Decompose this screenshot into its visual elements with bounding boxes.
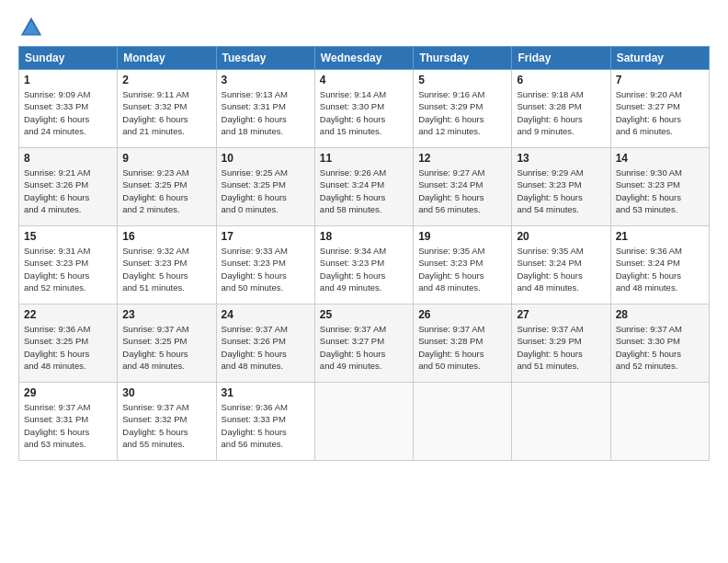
day-number: 8 — [24, 152, 112, 165]
day-info: Sunrise: 9:25 AM Sunset: 3:25 PM Dayligh… — [222, 167, 310, 215]
day-number: 19 — [418, 230, 506, 243]
calendar-header-friday: Friday — [512, 47, 610, 70]
day-info: Sunrise: 9:37 AM Sunset: 3:25 PM Dayligh… — [122, 323, 210, 372]
day-info: Sunrise: 9:26 AM Sunset: 3:24 PM Dayligh… — [320, 167, 408, 215]
calendar-header-wednesday: Wednesday — [314, 47, 413, 70]
day-number: 26 — [418, 308, 506, 321]
calendar-cell — [610, 383, 709, 461]
day-number: 17 — [222, 230, 310, 243]
day-number: 30 — [122, 386, 210, 399]
calendar-cell: 17Sunrise: 9:33 AM Sunset: 3:23 PM Dayli… — [216, 226, 314, 304]
calendar-cell — [414, 383, 512, 461]
calendar-cell — [512, 383, 610, 461]
day-info: Sunrise: 9:18 AM Sunset: 3:28 PM Dayligh… — [517, 88, 605, 137]
day-number: 15 — [24, 230, 112, 243]
day-number: 21 — [616, 230, 704, 243]
day-info: Sunrise: 9:35 AM Sunset: 3:24 PM Dayligh… — [517, 245, 605, 293]
day-info: Sunrise: 9:37 AM Sunset: 3:28 PM Dayligh… — [418, 323, 506, 372]
calendar-cell: 18Sunrise: 9:34 AM Sunset: 3:23 PM Dayli… — [314, 226, 413, 304]
day-info: Sunrise: 9:36 AM Sunset: 3:33 PM Dayligh… — [222, 401, 310, 450]
calendar-header-thursday: Thursday — [414, 47, 512, 70]
day-info: Sunrise: 9:23 AM Sunset: 3:25 PM Dayligh… — [122, 167, 210, 215]
day-info: Sunrise: 9:37 AM Sunset: 3:29 PM Dayligh… — [517, 323, 605, 372]
calendar-header-saturday: Saturday — [610, 47, 709, 70]
calendar-cell: 30Sunrise: 9:37 AM Sunset: 3:32 PM Dayli… — [118, 383, 216, 461]
calendar-cell: 25Sunrise: 9:37 AM Sunset: 3:27 PM Dayli… — [314, 304, 413, 383]
day-info: Sunrise: 9:37 AM Sunset: 3:30 PM Dayligh… — [616, 323, 704, 372]
day-number: 24 — [222, 308, 310, 321]
day-info: Sunrise: 9:09 AM Sunset: 3:33 PM Dayligh… — [24, 88, 112, 137]
day-number: 2 — [122, 74, 210, 86]
calendar-cell: 26Sunrise: 9:37 AM Sunset: 3:28 PM Dayli… — [414, 304, 512, 383]
day-info: Sunrise: 9:13 AM Sunset: 3:31 PM Dayligh… — [222, 88, 310, 137]
day-number: 20 — [517, 230, 605, 243]
calendar-cell: 10Sunrise: 9:25 AM Sunset: 3:25 PM Dayli… — [216, 148, 314, 226]
calendar-header-row: SundayMondayTuesdayWednesdayThursdayFrid… — [19, 47, 710, 70]
calendar-cell: 9Sunrise: 9:23 AM Sunset: 3:25 PM Daylig… — [118, 148, 216, 226]
day-info: Sunrise: 9:20 AM Sunset: 3:27 PM Dayligh… — [616, 88, 704, 137]
day-info: Sunrise: 9:36 AM Sunset: 3:24 PM Dayligh… — [616, 245, 704, 293]
day-number: 28 — [616, 308, 704, 321]
day-info: Sunrise: 9:36 AM Sunset: 3:25 PM Dayligh… — [24, 323, 112, 372]
calendar-cell: 6Sunrise: 9:18 AM Sunset: 3:28 PM Daylig… — [512, 70, 610, 148]
day-info: Sunrise: 9:16 AM Sunset: 3:29 PM Dayligh… — [418, 88, 506, 137]
day-number: 9 — [122, 152, 210, 165]
day-info: Sunrise: 9:34 AM Sunset: 3:23 PM Dayligh… — [320, 245, 408, 293]
day-info: Sunrise: 9:37 AM Sunset: 3:27 PM Dayligh… — [320, 323, 408, 372]
day-info: Sunrise: 9:37 AM Sunset: 3:32 PM Dayligh… — [122, 401, 210, 450]
calendar-cell: 22Sunrise: 9:36 AM Sunset: 3:25 PM Dayli… — [19, 304, 118, 383]
day-number: 29 — [24, 386, 112, 399]
day-number: 12 — [418, 152, 506, 165]
calendar-cell: 1Sunrise: 9:09 AM Sunset: 3:33 PM Daylig… — [19, 70, 118, 148]
calendar-cell: 24Sunrise: 9:37 AM Sunset: 3:26 PM Dayli… — [216, 304, 314, 383]
calendar-cell: 16Sunrise: 9:32 AM Sunset: 3:23 PM Dayli… — [118, 226, 216, 304]
day-number: 27 — [517, 308, 605, 321]
calendar-header-monday: Monday — [118, 47, 216, 70]
calendar-week-4: 22Sunrise: 9:36 AM Sunset: 3:25 PM Dayli… — [19, 304, 710, 383]
calendar-cell: 29Sunrise: 9:37 AM Sunset: 3:31 PM Dayli… — [19, 383, 118, 461]
day-number: 3 — [222, 74, 310, 86]
calendar-cell: 15Sunrise: 9:31 AM Sunset: 3:23 PM Dayli… — [19, 226, 118, 304]
calendar-week-1: 1Sunrise: 9:09 AM Sunset: 3:33 PM Daylig… — [19, 70, 710, 148]
day-number: 31 — [222, 386, 310, 399]
calendar-cell: 13Sunrise: 9:29 AM Sunset: 3:23 PM Dayli… — [512, 148, 610, 226]
day-number: 7 — [616, 74, 704, 86]
day-info: Sunrise: 9:30 AM Sunset: 3:23 PM Dayligh… — [616, 167, 704, 215]
day-info: Sunrise: 9:21 AM Sunset: 3:26 PM Dayligh… — [24, 167, 112, 215]
day-info: Sunrise: 9:37 AM Sunset: 3:31 PM Dayligh… — [24, 401, 112, 450]
day-number: 23 — [122, 308, 210, 321]
calendar-cell: 19Sunrise: 9:35 AM Sunset: 3:23 PM Dayli… — [414, 226, 512, 304]
day-number: 5 — [418, 74, 506, 86]
day-info: Sunrise: 9:32 AM Sunset: 3:23 PM Dayligh… — [122, 245, 210, 293]
calendar-cell: 21Sunrise: 9:36 AM Sunset: 3:24 PM Dayli… — [610, 226, 709, 304]
day-number: 6 — [517, 74, 605, 86]
day-number: 14 — [616, 152, 704, 165]
calendar-week-5: 29Sunrise: 9:37 AM Sunset: 3:31 PM Dayli… — [19, 383, 710, 461]
header — [18, 15, 710, 40]
day-info: Sunrise: 9:37 AM Sunset: 3:26 PM Dayligh… — [222, 323, 310, 372]
calendar-table: SundayMondayTuesdayWednesdayThursdayFrid… — [18, 46, 710, 461]
calendar-cell: 8Sunrise: 9:21 AM Sunset: 3:26 PM Daylig… — [19, 148, 118, 226]
day-number: 22 — [24, 308, 112, 321]
page-container: SundayMondayTuesdayWednesdayThursdayFrid… — [0, 0, 728, 470]
day-info: Sunrise: 9:29 AM Sunset: 3:23 PM Dayligh… — [517, 167, 605, 215]
calendar-cell: 5Sunrise: 9:16 AM Sunset: 3:29 PM Daylig… — [414, 70, 512, 148]
calendar-header-tuesday: Tuesday — [216, 47, 314, 70]
day-number: 10 — [222, 152, 310, 165]
day-number: 18 — [320, 230, 408, 243]
calendar-week-2: 8Sunrise: 9:21 AM Sunset: 3:26 PM Daylig… — [19, 148, 710, 226]
day-number: 16 — [122, 230, 210, 243]
day-info: Sunrise: 9:27 AM Sunset: 3:24 PM Dayligh… — [418, 167, 506, 215]
calendar-cell: 12Sunrise: 9:27 AM Sunset: 3:24 PM Dayli… — [414, 148, 512, 226]
calendar-cell: 23Sunrise: 9:37 AM Sunset: 3:25 PM Dayli… — [118, 304, 216, 383]
calendar-cell: 27Sunrise: 9:37 AM Sunset: 3:29 PM Dayli… — [512, 304, 610, 383]
day-number: 13 — [517, 152, 605, 165]
calendar-cell: 4Sunrise: 9:14 AM Sunset: 3:30 PM Daylig… — [314, 70, 413, 148]
calendar-cell: 2Sunrise: 9:11 AM Sunset: 3:32 PM Daylig… — [118, 70, 216, 148]
day-number: 11 — [320, 152, 408, 165]
calendar-cell: 28Sunrise: 9:37 AM Sunset: 3:30 PM Dayli… — [610, 304, 709, 383]
calendar-cell — [314, 383, 413, 461]
day-info: Sunrise: 9:33 AM Sunset: 3:23 PM Dayligh… — [222, 245, 310, 293]
logo — [18, 15, 48, 40]
day-number: 4 — [320, 74, 408, 86]
